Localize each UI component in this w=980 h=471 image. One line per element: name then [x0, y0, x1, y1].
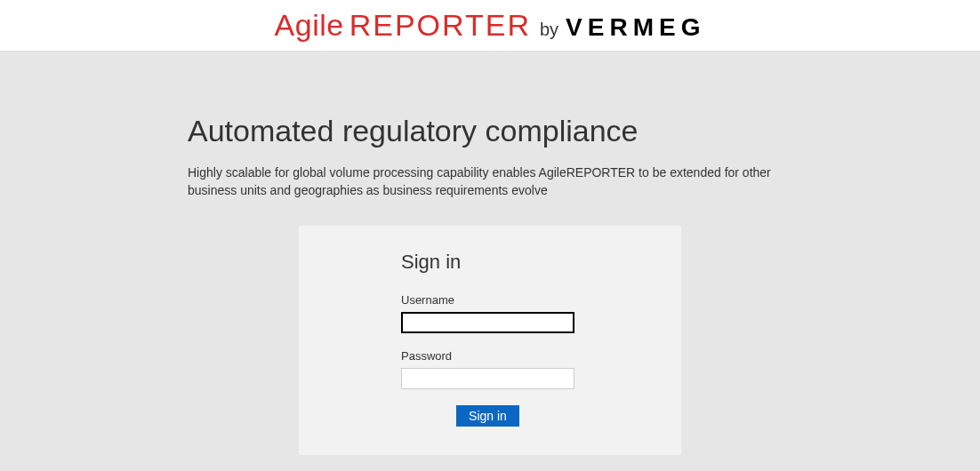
page-description: Highly scalable for global volume proces…	[188, 164, 792, 199]
signin-panel: Sign in Username Password Sign in	[299, 226, 681, 455]
logo-agile-text: Agile	[275, 8, 344, 43]
password-group: Password	[401, 349, 646, 389]
logo-reporter-text: REPORTER	[349, 8, 531, 43]
password-input[interactable]	[401, 368, 574, 389]
signin-title: Sign in	[401, 251, 646, 274]
page-heading: Automated regulatory compliance	[188, 114, 792, 148]
username-group: Username	[401, 293, 646, 333]
logo-by-text: by	[540, 20, 558, 40]
header: AgileREPORTER by VERMEG	[0, 0, 980, 52]
logo: AgileREPORTER by VERMEG	[275, 8, 706, 43]
main-content: Automated regulatory compliance Highly s…	[0, 52, 980, 455]
username-label: Username	[401, 293, 646, 307]
password-label: Password	[401, 349, 646, 363]
button-row: Sign in	[401, 405, 574, 427]
signin-button[interactable]: Sign in	[456, 405, 519, 427]
content-wrapper: Automated regulatory compliance Highly s…	[188, 114, 792, 455]
logo-vermeg-text: VERMEG	[566, 13, 705, 42]
username-input[interactable]	[401, 312, 574, 333]
